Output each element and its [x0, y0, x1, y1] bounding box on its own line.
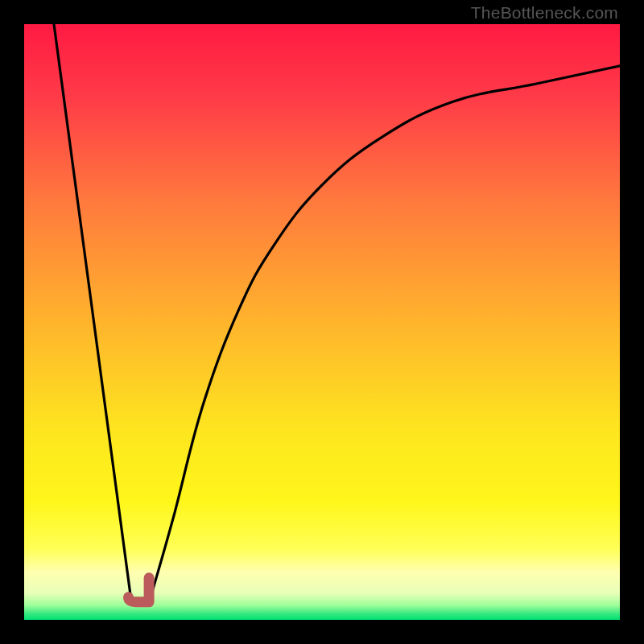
watermark-text: TheBottleneck.com [471, 3, 618, 23]
curve-layer [24, 24, 620, 620]
curve-left-arm [54, 24, 131, 602]
chart-frame: TheBottleneck.com [0, 0, 644, 644]
plot-area [24, 24, 620, 620]
min-marker [129, 578, 150, 602]
curve-right-arm [149, 66, 620, 602]
